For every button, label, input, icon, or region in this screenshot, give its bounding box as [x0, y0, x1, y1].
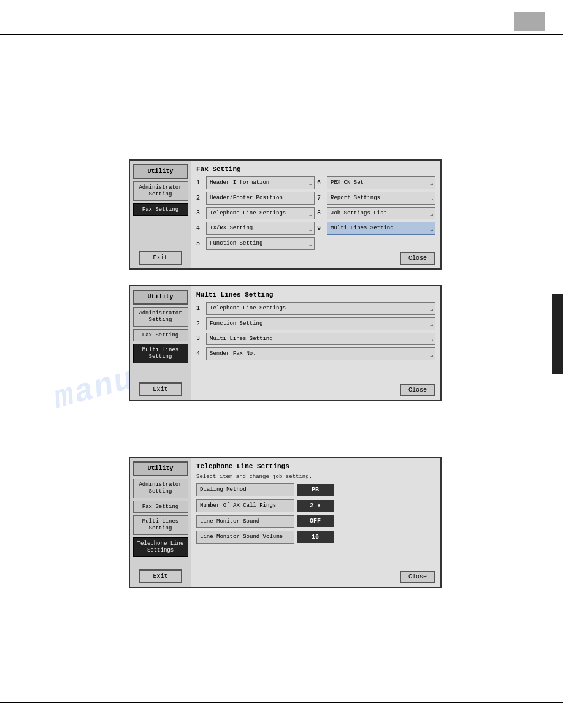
close-button-1[interactable]: Close: [400, 252, 435, 265]
ml-menu-num-1: 1: [196, 305, 204, 312]
line-monitor-sound-button[interactable]: Line Monitor Sound: [196, 515, 294, 528]
ml-menu-item-2: 2 Function Setting: [196, 317, 435, 330]
line-monitor-volume-value: 16: [297, 531, 334, 543]
ml-menu-num-4: 4: [196, 351, 204, 357]
menu-item-3: 3 Telephone Line Settings: [196, 207, 315, 220]
close-button-2[interactable]: Close: [400, 384, 435, 396]
ml-menu-item-4: 4 Sender Fax No.: [196, 347, 435, 360]
line-monitor-volume-button[interactable]: Line Monitor Sound Volume: [196, 531, 294, 544]
setting-row-volume: Line Monitor Sound Volume 16: [196, 531, 435, 544]
menu-num-3: 3: [196, 210, 204, 216]
panel3-content: Telephone Line Settings Select item and …: [191, 458, 440, 587]
panel1-menu-grid: 1 Header Information 6 PBX CN Set 2 Head…: [196, 176, 435, 250]
panel2-title: Multi Lines Setting: [196, 291, 435, 298]
top-rule: [0, 34, 563, 35]
menu-num-6: 6: [317, 180, 324, 186]
close-button-3[interactable]: Close: [400, 571, 435, 583]
admin-setting-button-2[interactable]: Administrator Setting: [133, 307, 188, 327]
call-rings-button[interactable]: Number Of AX Call Rings: [196, 499, 294, 512]
settings-list: Dialing Method PB Number Of AX Call Ring…: [196, 483, 435, 544]
multilines-setting-button-2[interactable]: Multi Lines Setting: [133, 344, 188, 363]
menu-item-4: 4 TX/RX Setting: [196, 222, 315, 235]
fax-setting-button-3[interactable]: Fax Setting: [133, 501, 188, 514]
fax-setting-button-2[interactable]: Fax Setting: [133, 329, 188, 342]
ml-telephone-line-button[interactable]: Telephone Line Settings: [206, 302, 435, 315]
utility-button[interactable]: Utility: [133, 164, 188, 179]
panel3-title: Telephone Line Settings: [196, 463, 435, 470]
menu-item-6: 6 PBX CN Set: [317, 176, 435, 189]
panel2-sidebar: Utility Administrator Setting Fax Settin…: [130, 286, 191, 400]
setting-row-monitor: Line Monitor Sound OFF: [196, 515, 435, 528]
panel1-title: Fax Setting: [196, 165, 435, 173]
header-footer-button[interactable]: Header/Footer Position: [206, 192, 315, 205]
line-monitor-sound-value: OFF: [297, 515, 334, 527]
telline-setting-button-3[interactable]: Telephone Line Settings: [133, 537, 188, 557]
job-settings-list-button[interactable]: Job Settings List: [327, 207, 435, 220]
panel1-sidebar: Utility Administrator Setting Fax Settin…: [130, 161, 191, 268]
pbx-cn-set-button[interactable]: PBX CN Set: [327, 176, 435, 189]
panel3-sidebar: Utility Administrator Setting Fax Settin…: [130, 458, 191, 587]
menu-item-7: 7 Report Settings: [317, 192, 435, 205]
call-rings-value: 2 x: [297, 500, 334, 512]
fax-setting-button[interactable]: Fax Setting: [133, 203, 188, 216]
side-tab: [552, 294, 563, 374]
menu-item-9: 9 Multi Lines Setting: [317, 222, 435, 235]
multilines-setting-button-3[interactable]: Multi Lines Setting: [133, 515, 188, 535]
utility-button-3[interactable]: Utility: [133, 461, 188, 476]
menu-item-8: 8 Job Settings List: [317, 207, 435, 220]
exit-button-3[interactable]: Exit: [139, 569, 182, 583]
multi-lines-setting-button[interactable]: Multi Lines Setting: [327, 222, 435, 235]
ml-menu-num-2: 2: [196, 320, 204, 327]
menu-item-empty: [317, 237, 435, 250]
exit-button-1[interactable]: Exit: [139, 251, 182, 265]
menu-num-1: 1: [196, 180, 204, 186]
admin-setting-button-3[interactable]: Administrator Setting: [133, 479, 188, 498]
menu-num-9: 9: [317, 225, 324, 232]
admin-setting-button[interactable]: Administrator Setting: [133, 181, 188, 201]
menu-item-2: 2 Header/Footer Position: [196, 192, 315, 205]
dialing-method-button[interactable]: Dialing Method: [196, 483, 294, 496]
telephone-line-settings-button[interactable]: Telephone Line Settings: [206, 207, 315, 220]
menu-num-8: 8: [317, 210, 324, 216]
header-information-button[interactable]: Header Information: [206, 176, 315, 189]
utility-button-2[interactable]: Utility: [133, 290, 188, 305]
ml-menu-item-3: 3 Multi Lines Setting: [196, 333, 435, 346]
dialing-method-value: PB: [297, 484, 334, 496]
function-setting-button[interactable]: Function Setting: [206, 237, 315, 250]
panel3-subtitle: Select item and change job setting.: [196, 474, 435, 480]
panel2-menu-grid: 1 Telephone Line Settings 2 Function Set…: [196, 302, 435, 360]
report-settings-button[interactable]: Report Settings: [327, 192, 435, 205]
menu-item-1: 1 Header Information: [196, 176, 315, 189]
menu-num-2: 2: [196, 195, 204, 202]
telephone-line-panel: Utility Administrator Setting Fax Settin…: [129, 457, 442, 588]
menu-item-5: 5 Function Setting: [196, 237, 315, 250]
panel2-content: Multi Lines Setting 1 Telephone Line Set…: [191, 286, 440, 400]
ml-menu-item-1: 1 Telephone Line Settings: [196, 302, 435, 315]
tx-rx-setting-button[interactable]: TX/RX Setting: [206, 222, 315, 235]
ml-menu-num-3: 3: [196, 335, 204, 342]
menu-num-4: 4: [196, 225, 204, 232]
menu-num-7: 7: [317, 195, 324, 202]
fax-setting-panel: Utility Administrator Setting Fax Settin…: [129, 159, 442, 270]
panel1-content: Fax Setting 1 Header Information 6 PBX C…: [191, 161, 440, 268]
ml-multi-lines-setting-button[interactable]: Multi Lines Setting: [206, 333, 435, 346]
setting-row-rings: Number Of AX Call Rings 2 x: [196, 499, 435, 512]
corner-decoration: [514, 12, 545, 31]
exit-button-2[interactable]: Exit: [139, 382, 182, 396]
bottom-rule: [0, 702, 563, 703]
multi-lines-panel: Utility Administrator Setting Fax Settin…: [129, 285, 442, 401]
ml-function-setting-button[interactable]: Function Setting: [206, 317, 435, 330]
ml-sender-fax-button[interactable]: Sender Fax No.: [206, 347, 435, 360]
setting-row-dialing: Dialing Method PB: [196, 483, 435, 496]
menu-num-5: 5: [196, 240, 204, 247]
